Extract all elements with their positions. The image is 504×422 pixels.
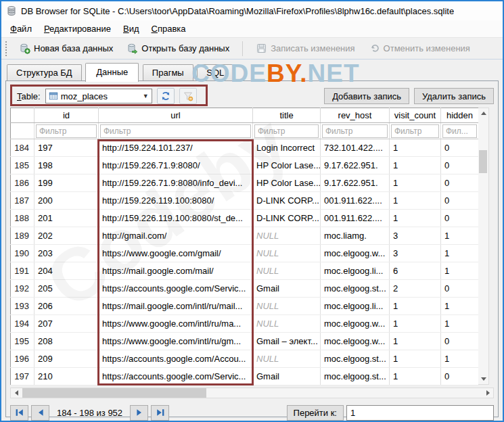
cell-url[interactable]: http://159.226.71.9:8080/ — [99, 157, 253, 174]
cell-id[interactable]: 204 — [35, 262, 99, 280]
cell-id[interactable]: 205 — [35, 280, 99, 298]
cell-url[interactable]: https://accounts.google.com/Servic... — [99, 280, 253, 298]
cell-title[interactable]: HP Color Lase... — [253, 174, 321, 192]
cell-rownum[interactable]: 196 — [11, 350, 35, 368]
cell-rev-host[interactable]: moc.elgoog.st... — [321, 280, 390, 298]
cell-hidden[interactable]: 1 — [441, 262, 479, 280]
scroll-right-arrow[interactable] — [482, 388, 493, 398]
tab-db-structure[interactable]: Структура БД — [7, 64, 82, 81]
cell-rev-host[interactable]: moc.elgoog.li... — [321, 298, 390, 315]
new-database-button[interactable]: Новая база данных — [13, 39, 119, 57]
cell-rownum[interactable]: 184 — [11, 139, 35, 157]
cell-id[interactable]: 207 — [35, 315, 99, 333]
cell-rev-host[interactable]: moc.elgoog.li... — [321, 262, 390, 280]
tab-sql[interactable]: SQL — [197, 64, 233, 81]
cell-visit-count[interactable]: 1 — [390, 174, 441, 192]
cell-visit-count[interactable]: 1 — [390, 368, 441, 385]
cell-rev-host[interactable]: 732.101.422.... — [321, 139, 390, 157]
goto-input[interactable] — [346, 405, 494, 421]
cell-id[interactable]: 206 — [35, 298, 99, 315]
first-page-button[interactable] — [10, 405, 28, 421]
horizontal-scroll-track[interactable] — [22, 388, 482, 398]
menu-view[interactable]: Вид — [117, 22, 145, 36]
filter-title-input[interactable] — [254, 124, 319, 138]
menu-edit[interactable]: Редактирование — [38, 22, 117, 36]
header-hidden[interactable]: hidden — [441, 108, 479, 123]
cell-hidden[interactable]: 0 — [441, 192, 479, 210]
horizontal-scrollbar[interactable] — [10, 388, 494, 398]
menu-file[interactable]: Файл — [4, 22, 38, 36]
table-row[interactable]: 185 198 http://159.226.71.9:8080/ HP Col… — [11, 157, 479, 174]
header-url[interactable]: url — [99, 108, 253, 123]
cell-title[interactable]: NULL — [253, 227, 321, 245]
cell-rownum[interactable]: 191 — [11, 262, 35, 280]
cell-title[interactable]: NULL — [253, 245, 321, 262]
filter-id-input[interactable] — [36, 124, 97, 138]
prev-page-button[interactable] — [31, 405, 49, 421]
cell-visit-count[interactable]: 1 — [390, 210, 441, 227]
cell-url[interactable]: https://accounts.google.com/Accou... — [99, 350, 253, 368]
cell-title[interactable]: D-LINK CORP... — [253, 210, 321, 227]
cell-rev-host[interactable]: 9.17.622.951. — [321, 157, 390, 174]
cell-title[interactable]: Gmail – элект... — [253, 333, 321, 350]
cell-rev-host[interactable]: moc.liamg. — [321, 227, 390, 245]
cell-hidden[interactable]: 0 — [441, 157, 479, 174]
table-row[interactable]: 184 197 http://159.224.101.237/ Login In… — [11, 139, 479, 157]
scroll-left-arrow[interactable] — [11, 388, 22, 398]
cell-hidden[interactable]: 0 — [441, 280, 479, 298]
cell-id[interactable]: 210 — [35, 368, 99, 385]
table-row[interactable]: 193 206 https://mail.google.com/intl/ru/… — [11, 298, 479, 315]
cell-id[interactable]: 202 — [35, 227, 99, 245]
cell-rownum[interactable]: 193 — [11, 298, 35, 315]
header-visit-count[interactable]: visit_count — [390, 108, 441, 123]
cell-visit-count[interactable]: 1 — [390, 139, 441, 157]
menu-help[interactable]: Справка — [145, 22, 192, 36]
cell-title[interactable]: HP Color Lase... — [253, 157, 321, 174]
vertical-scroll-thumb[interactable] — [479, 150, 487, 173]
cell-url[interactable]: https://www.google.com/gmail/ — [99, 245, 253, 262]
cell-hidden[interactable]: 0 — [441, 139, 479, 157]
cell-hidden[interactable]: 1 — [441, 298, 479, 315]
cell-rownum[interactable]: 190 — [11, 245, 35, 262]
table-row[interactable]: 195 208 https://www.google.com/intl/ru/g… — [11, 333, 479, 350]
cell-visit-count[interactable]: 1 — [390, 315, 441, 333]
cell-rev-host[interactable]: moc.elgoog.w... — [321, 333, 390, 350]
cell-hidden[interactable]: 0 — [441, 174, 479, 192]
cell-rev-host[interactable]: moc.elgoog.w... — [321, 315, 390, 333]
cell-title[interactable]: Gmail — [253, 280, 321, 298]
filter-url-input[interactable] — [100, 124, 251, 138]
header-title[interactable]: title — [253, 108, 321, 123]
table-row[interactable]: 186 199 http://159.226.71.9:8080/info_de… — [11, 174, 479, 192]
table-row[interactable]: 194 207 https://www.google.com/intl/ru/m… — [11, 315, 479, 333]
table-row[interactable]: 189 202 http://gmail.com/ NULL moc.liamg… — [11, 227, 479, 245]
cell-rownum[interactable]: 197 — [11, 368, 35, 385]
cell-rownum[interactable]: 189 — [11, 227, 35, 245]
cell-title[interactable]: D-LINK CORP... — [253, 192, 321, 210]
cell-hidden[interactable]: 1 — [441, 315, 479, 333]
header-rev-host[interactable]: rev_host — [321, 108, 390, 123]
cell-rev-host[interactable]: 9.17.622.951. — [321, 174, 390, 192]
table-row[interactable]: 197 210 https://accounts.google.com/Serv… — [11, 368, 479, 385]
cell-id[interactable]: 198 — [35, 157, 99, 174]
table-row[interactable]: 196 209 https://accounts.google.com/Acco… — [11, 350, 479, 368]
cell-url[interactable]: https://www.google.com/intl/ru/ma... — [99, 315, 253, 333]
cell-visit-count[interactable]: 2 — [390, 280, 441, 298]
cell-title[interactable]: NULL — [253, 350, 321, 368]
cell-rownum[interactable]: 185 — [11, 157, 35, 174]
cell-visit-count[interactable]: 1 — [390, 350, 441, 368]
cell-url[interactable]: http://159.226.119.100:8080/ — [99, 192, 253, 210]
delete-record-button[interactable]: Удалить запись — [414, 88, 494, 104]
tab-data[interactable]: Данные — [85, 63, 139, 82]
cell-visit-count[interactable]: 1 — [390, 333, 441, 350]
cell-url[interactable]: https://www.google.com/intl/ru/gm... — [99, 333, 253, 350]
last-page-button[interactable] — [151, 405, 169, 421]
cell-url[interactable]: http://159.224.101.237/ — [99, 139, 253, 157]
cell-id[interactable]: 200 — [35, 192, 99, 210]
cell-rownum[interactable]: 187 — [11, 192, 35, 210]
cell-id[interactable]: 203 — [35, 245, 99, 262]
cell-visit-count[interactable]: 3 — [390, 245, 441, 262]
cell-rownum[interactable]: 186 — [11, 174, 35, 192]
table-row[interactable]: 192 205 https://accounts.google.com/Serv… — [11, 280, 479, 298]
cell-visit-count[interactable]: 1 — [390, 298, 441, 315]
cell-rownum[interactable]: 195 — [11, 333, 35, 350]
